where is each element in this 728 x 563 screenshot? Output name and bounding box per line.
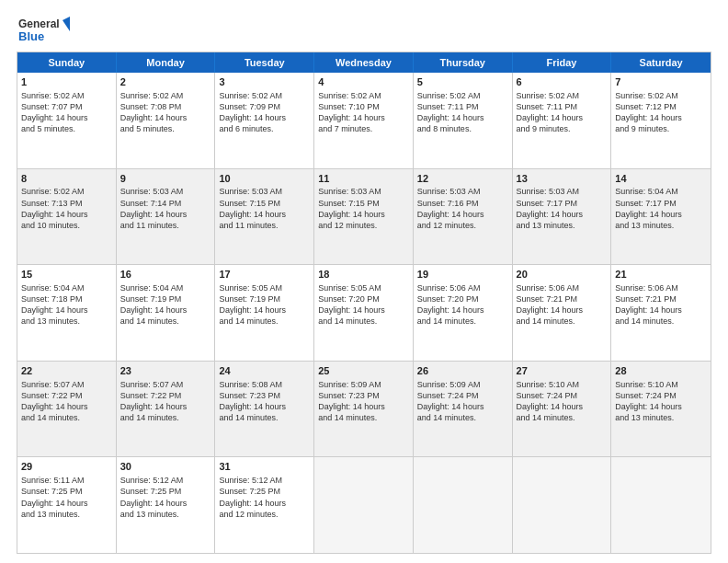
- day-info-line: Sunrise: 5:03 AM: [120, 186, 211, 197]
- day-info-line: Sunrise: 5:03 AM: [417, 186, 508, 197]
- day-info-line: Sunset: 7:09 PM: [219, 101, 310, 112]
- day-info-line: Sunrise: 5:05 AM: [318, 282, 409, 293]
- day-info-line: and 11 minutes.: [219, 220, 310, 231]
- calendar-cell: 13Sunrise: 5:03 AMSunset: 7:17 PMDayligh…: [513, 169, 612, 265]
- day-number: 8: [21, 172, 112, 186]
- header-day-monday: Monday: [117, 52, 216, 73]
- header-day-wednesday: Wednesday: [314, 52, 414, 73]
- day-info-line: Sunrise: 5:05 AM: [219, 282, 310, 293]
- day-info-line: Sunset: 7:25 PM: [21, 486, 112, 497]
- day-number: 18: [318, 268, 409, 282]
- day-info-line: Sunrise: 5:02 AM: [21, 186, 112, 197]
- day-info-line: Sunset: 7:19 PM: [120, 293, 211, 304]
- calendar-row-1: 1Sunrise: 5:02 AMSunset: 7:07 PMDaylight…: [17, 73, 711, 168]
- calendar-cell: 28Sunrise: 5:10 AMSunset: 7:24 PMDayligh…: [611, 362, 711, 457]
- day-info-line: Sunrise: 5:08 AM: [219, 379, 310, 390]
- day-info-line: Sunset: 7:23 PM: [219, 390, 310, 401]
- day-info-line: Daylight: 14 hours: [318, 304, 409, 316]
- page: GeneralBlue SundayMondayTuesdayWednesday…: [0, 0, 728, 563]
- day-info-line: and 5 minutes.: [120, 123, 211, 134]
- day-info-line: Sunrise: 5:07 AM: [120, 379, 211, 390]
- day-info-line: Daylight: 14 hours: [615, 112, 707, 123]
- day-info-line: and 14 minutes.: [21, 412, 112, 423]
- calendar: SundayMondayTuesdayWednesdayThursdayFrid…: [17, 52, 711, 554]
- day-info-line: Sunrise: 5:10 AM: [615, 379, 707, 390]
- day-number: 22: [21, 364, 112, 378]
- svg-text:General: General: [18, 17, 60, 30]
- day-info-line: Daylight: 14 hours: [517, 401, 608, 412]
- calendar-cell: 20Sunrise: 5:06 AMSunset: 7:21 PMDayligh…: [513, 265, 612, 361]
- day-info-line: and 14 minutes.: [417, 412, 508, 423]
- day-info-line: Daylight: 14 hours: [219, 112, 310, 123]
- header-day-tuesday: Tuesday: [215, 52, 314, 73]
- day-info-line: Sunset: 7:15 PM: [219, 198, 310, 209]
- day-info-line: Sunrise: 5:02 AM: [219, 90, 310, 101]
- day-info-line: Sunrise: 5:06 AM: [417, 282, 508, 293]
- day-info-line: Sunset: 7:10 PM: [318, 101, 409, 112]
- calendar-row-4: 22Sunrise: 5:07 AMSunset: 7:22 PMDayligh…: [17, 361, 711, 457]
- day-info-line: Sunrise: 5:09 AM: [417, 379, 508, 390]
- calendar-cell: [414, 457, 513, 553]
- day-info-line: Sunset: 7:08 PM: [120, 101, 211, 112]
- day-info-line: Daylight: 14 hours: [318, 209, 409, 220]
- day-info-line: Sunset: 7:14 PM: [120, 198, 211, 209]
- svg-marker-2: [63, 17, 70, 31]
- day-info-line: Daylight: 14 hours: [120, 304, 211, 316]
- day-info-line: Sunset: 7:25 PM: [219, 486, 310, 497]
- day-info-line: Sunset: 7:17 PM: [615, 198, 707, 209]
- day-info-line: Sunrise: 5:02 AM: [517, 90, 608, 101]
- calendar-row-3: 15Sunrise: 5:04 AMSunset: 7:18 PMDayligh…: [17, 264, 711, 361]
- day-info-line: and 13 minutes.: [120, 509, 211, 520]
- day-info-line: and 6 minutes.: [219, 123, 310, 134]
- day-info-line: Sunrise: 5:10 AM: [517, 379, 608, 390]
- day-info-line: Daylight: 14 hours: [517, 304, 608, 316]
- day-info-line: Sunrise: 5:02 AM: [417, 90, 508, 101]
- day-info-line: and 11 minutes.: [120, 220, 211, 231]
- calendar-cell: 18Sunrise: 5:05 AMSunset: 7:20 PMDayligh…: [314, 265, 414, 361]
- day-info-line: Sunset: 7:19 PM: [219, 293, 310, 304]
- day-info-line: Daylight: 14 hours: [615, 209, 707, 220]
- day-info-line: Daylight: 14 hours: [120, 498, 211, 509]
- day-info-line: Daylight: 14 hours: [517, 209, 608, 220]
- day-info-line: Sunset: 7:20 PM: [417, 293, 508, 304]
- day-info-line: and 14 minutes.: [517, 412, 608, 423]
- day-info-line: Sunrise: 5:02 AM: [615, 90, 707, 101]
- calendar-cell: 15Sunrise: 5:04 AMSunset: 7:18 PMDayligh…: [17, 265, 117, 361]
- day-info-line: Sunset: 7:20 PM: [318, 293, 409, 304]
- calendar-row-2: 8Sunrise: 5:02 AMSunset: 7:13 PMDaylight…: [17, 168, 711, 265]
- day-info-line: Daylight: 14 hours: [219, 304, 310, 316]
- page-header: GeneralBlue: [17, 15, 711, 44]
- day-number: 21: [615, 268, 707, 282]
- day-info-line: Daylight: 14 hours: [21, 304, 112, 316]
- calendar-cell: 2Sunrise: 5:02 AMSunset: 7:08 PMDaylight…: [117, 73, 216, 168]
- day-info-line: Sunset: 7:12 PM: [615, 101, 707, 112]
- day-info-line: Daylight: 14 hours: [417, 304, 508, 316]
- day-info-line: and 12 minutes.: [219, 509, 310, 520]
- day-number: 19: [417, 268, 508, 282]
- day-info-line: Daylight: 14 hours: [120, 401, 211, 412]
- day-number: 17: [219, 268, 310, 282]
- day-info-line: Daylight: 14 hours: [615, 401, 707, 412]
- day-info-line: Sunrise: 5:02 AM: [318, 90, 409, 101]
- day-info-line: and 12 minutes.: [417, 220, 508, 231]
- day-info-line: Sunset: 7:11 PM: [417, 101, 508, 112]
- day-info-line: and 13 minutes.: [615, 220, 707, 231]
- day-number: 26: [417, 364, 508, 378]
- calendar-cell: 11Sunrise: 5:03 AMSunset: 7:15 PMDayligh…: [314, 169, 414, 265]
- day-info-line: Sunset: 7:22 PM: [21, 390, 112, 401]
- calendar-cell: 23Sunrise: 5:07 AMSunset: 7:22 PMDayligh…: [117, 362, 216, 457]
- calendar-cell: 12Sunrise: 5:03 AMSunset: 7:16 PMDayligh…: [414, 169, 513, 265]
- day-info-line: and 14 minutes.: [417, 316, 508, 327]
- day-info-line: and 14 minutes.: [318, 412, 409, 423]
- day-number: 7: [615, 75, 707, 89]
- day-info-line: Sunrise: 5:06 AM: [517, 282, 608, 293]
- calendar-cell: 14Sunrise: 5:04 AMSunset: 7:17 PMDayligh…: [611, 169, 711, 265]
- day-info-line: and 9 minutes.: [517, 123, 608, 134]
- calendar-cell: 8Sunrise: 5:02 AMSunset: 7:13 PMDaylight…: [17, 169, 117, 265]
- day-info-line: Sunset: 7:22 PM: [120, 390, 211, 401]
- day-info-line: Daylight: 14 hours: [417, 112, 508, 123]
- day-number: 29: [21, 460, 112, 474]
- day-info-line: and 13 minutes.: [21, 316, 112, 327]
- calendar-cell: 4Sunrise: 5:02 AMSunset: 7:10 PMDaylight…: [314, 73, 414, 168]
- day-info-line: and 14 minutes.: [615, 316, 707, 327]
